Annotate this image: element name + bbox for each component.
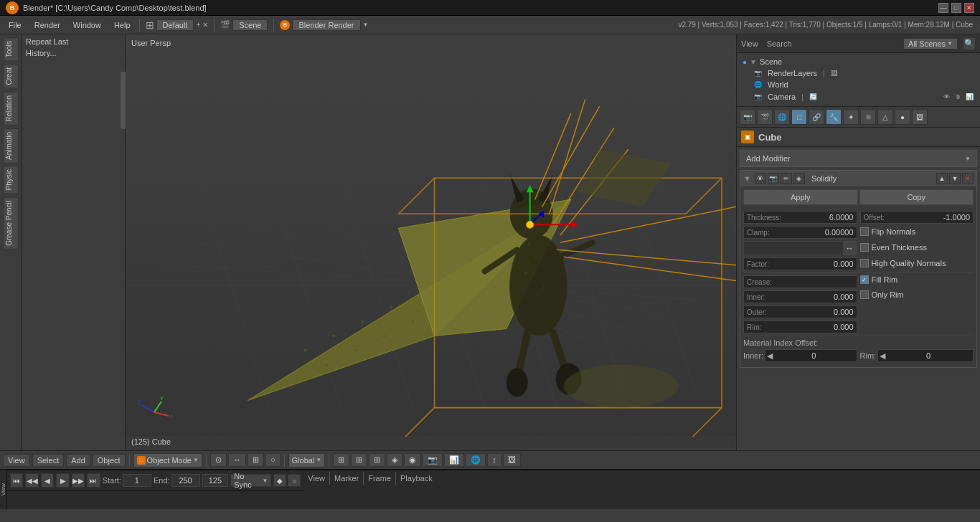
prop-btn-world[interactable]: 🌐 xyxy=(774,109,790,125)
menu-window[interactable]: Window xyxy=(67,19,107,31)
titlebar-controls[interactable]: — □ ✕ xyxy=(938,3,974,13)
fill-rim-checkbox[interactable] xyxy=(860,275,869,284)
status-playback[interactable]: Playback xyxy=(400,474,433,483)
scene-selector[interactable]: 🎬 Scene xyxy=(217,19,270,31)
mat-inner-decrement[interactable]: ◀ xyxy=(767,351,773,361)
camera-vis-buttons[interactable]: 👁 🖱 📊 xyxy=(941,92,974,102)
keyframe-diamond[interactable]: ◆ xyxy=(273,474,286,487)
close-button[interactable]: ✕ xyxy=(964,3,974,13)
modifier-down[interactable]: ▼ xyxy=(949,173,961,184)
prop-btn-constraints[interactable]: 🔗 xyxy=(809,109,824,125)
modifier-render-icon[interactable]: 📷 xyxy=(768,173,779,184)
render-engine-arrow[interactable]: ▼ xyxy=(363,22,369,28)
thickness-field[interactable]: Thickness: 6.0000 xyxy=(743,211,857,224)
material-slot[interactable]: ↔ xyxy=(743,241,857,255)
prop-btn-material[interactable]: ● xyxy=(895,109,910,125)
sidebar-tab-relation[interactable]: Relation xyxy=(3,92,19,125)
sidebar-tab-physic[interactable]: Physic xyxy=(3,166,19,194)
keyframe-circle[interactable]: ○ xyxy=(288,474,301,487)
sidebar-tab-grease[interactable]: Grease Pencil xyxy=(3,197,19,250)
snap-btn[interactable]: ⊞ xyxy=(248,453,264,467)
end-value[interactable]: 250 xyxy=(171,474,200,487)
inner-field[interactable]: Inner: 0.000 xyxy=(743,290,857,303)
grid-btn7[interactable]: 📊 xyxy=(444,453,464,467)
tree-world[interactable]: 🌐 World xyxy=(751,79,977,90)
grid-btn10[interactable]: 🖼 xyxy=(503,453,521,467)
status-marker[interactable]: Marker xyxy=(334,474,359,483)
menu-file[interactable]: File xyxy=(3,19,27,31)
modifier-collapse[interactable]: ▼ xyxy=(743,174,751,183)
vis-btn1[interactable]: 👁 xyxy=(941,92,951,102)
grid-btn1[interactable]: ⊞ xyxy=(333,453,349,467)
timeline-play-reverse[interactable]: ◀ xyxy=(41,473,54,488)
maximize-button[interactable]: □ xyxy=(951,3,961,13)
mat-inner-field[interactable]: ◀ 0 xyxy=(765,349,857,362)
prop-btn-texture[interactable]: 🖼 xyxy=(912,109,928,125)
workspace-selector[interactable]: ⊞ Default + ✕ xyxy=(143,19,212,31)
grid-btn8[interactable]: 🌐 xyxy=(466,453,486,467)
grid-btn5[interactable]: ◉ xyxy=(404,453,421,467)
menu-help[interactable]: Help xyxy=(108,19,136,31)
tree-scene[interactable]: ● ▼ Scene xyxy=(740,56,977,67)
layout-add[interactable]: + xyxy=(196,21,200,29)
grid-btn3[interactable]: ⊞ xyxy=(369,453,385,467)
mat-rim-field[interactable]: ◀ 0 xyxy=(877,349,974,362)
modifier-cage-icon[interactable]: ◈ xyxy=(793,173,805,184)
factor-field[interactable]: Factor: 0.000 xyxy=(743,257,857,270)
crease-field[interactable]: Crease: xyxy=(743,275,857,288)
modifier-up[interactable]: ▲ xyxy=(936,173,948,184)
viewport-resize-handle[interactable] xyxy=(732,34,736,450)
global-selector[interactable]: Global ▼ xyxy=(288,453,326,468)
tool-repeat-last[interactable]: Repeat Last xyxy=(23,36,123,47)
vp-btn-object[interactable]: Object xyxy=(93,454,126,467)
grid-btn4[interactable]: ◈ xyxy=(387,453,402,467)
scene-name[interactable]: Scene xyxy=(232,19,268,31)
clamp-field[interactable]: Clamp: 0.00000 xyxy=(743,226,857,239)
rim-field[interactable]: Rim: 0.000 xyxy=(743,321,857,333)
sidebar-tab-tools[interactable]: Tools xyxy=(3,37,19,61)
prop-btn-physics[interactable]: ⚛ xyxy=(860,109,876,125)
proportional-btn[interactable]: ○ xyxy=(265,453,281,467)
timeline-next-keyframe[interactable]: ▶▶ xyxy=(72,473,85,488)
current-frame[interactable]: 125 xyxy=(202,474,229,487)
modifier-edit-icon[interactable]: ✏ xyxy=(781,173,792,184)
grid-btn6[interactable]: 📷 xyxy=(423,453,443,467)
tree-renderlayers[interactable]: 📷 RenderLayers | 🖼 xyxy=(751,67,977,79)
mat-slot-arrow[interactable]: ↔ xyxy=(842,242,857,255)
status-frame[interactable]: Frame xyxy=(368,474,391,483)
modifier-delete[interactable]: ✕ xyxy=(962,173,974,184)
status-view[interactable]: View xyxy=(308,474,325,483)
prop-btn-object[interactable]: □ xyxy=(791,109,807,125)
minimize-button[interactable]: — xyxy=(938,3,948,13)
hqn-checkbox[interactable] xyxy=(860,259,869,267)
vis-btn3[interactable]: 📊 xyxy=(964,92,974,102)
prop-btn-modifiers[interactable]: 🔧 xyxy=(826,109,842,125)
viewport-3d[interactable]: User Persp (125) Cube X Y Z xyxy=(126,34,736,450)
even-thickness-checkbox[interactable] xyxy=(860,243,869,252)
vp-btn-add[interactable]: Add xyxy=(66,454,90,467)
scenes-dropdown[interactable]: All Scenes ▼ xyxy=(903,38,958,49)
start-value[interactable]: 1 xyxy=(123,474,151,487)
sync-selector[interactable]: No Sync ▼ xyxy=(230,474,271,487)
vp-btn-select[interactable]: Select xyxy=(32,454,65,467)
layout-remove[interactable]: ✕ xyxy=(202,21,208,29)
vp-btn-view[interactable]: View xyxy=(3,454,30,467)
mode-selector[interactable]: □ Object Mode ▼ xyxy=(133,453,202,468)
view-btn[interactable]: View xyxy=(741,39,758,48)
search-icon[interactable]: 🔍 xyxy=(963,37,976,50)
prop-btn-data[interactable]: △ xyxy=(877,109,893,125)
grid-btn9[interactable]: ↕ xyxy=(487,453,501,467)
vis-btn2[interactable]: 🖱 xyxy=(953,92,963,102)
menu-render[interactable]: Render xyxy=(29,19,66,31)
copy-button[interactable]: Copy xyxy=(859,189,974,205)
outer-field[interactable]: Outer: 0.000 xyxy=(743,305,857,318)
pivot-btn[interactable]: ⊙ xyxy=(210,453,227,467)
render-engine-label[interactable]: Blender Render xyxy=(292,19,360,31)
add-modifier-button[interactable]: Add Modifier ▼ xyxy=(740,150,977,167)
prop-btn-render[interactable]: 📷 xyxy=(740,109,755,125)
sidebar-tab-creat[interactable]: Creat xyxy=(3,64,19,88)
flip-normals-checkbox[interactable] xyxy=(860,227,869,236)
offset-field[interactable]: Offset: -1.0000 xyxy=(860,211,974,224)
tree-camera[interactable]: 📷 Camera | 🔄 👁 🖱 📊 xyxy=(751,90,977,103)
render-engine[interactable]: B Blender Render ▼ xyxy=(277,19,371,31)
